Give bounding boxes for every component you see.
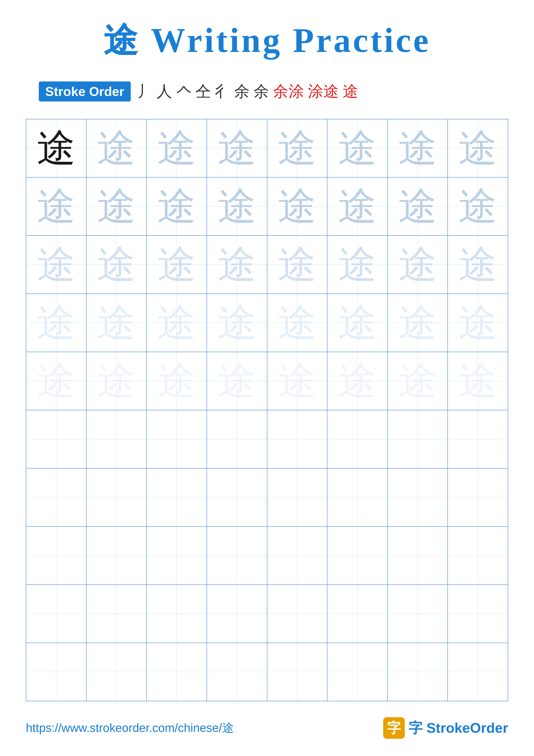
table-cell[interactable]: 途	[26, 177, 87, 235]
footer-brand-name: 字 StrokeOrder	[409, 718, 508, 738]
table-cell[interactable]	[327, 585, 388, 643]
stroke-steps: 丿 人 𠆢 仝 彳 余 余 余涂 涂途 途	[137, 81, 358, 102]
table-cell[interactable]	[146, 526, 207, 585]
table-cell[interactable]: 途	[267, 352, 327, 410]
table-cell[interactable]: 途	[26, 235, 87, 294]
table-cell[interactable]	[146, 585, 207, 643]
footer-url[interactable]: https://www.strokeorder.com/chinese/途	[26, 720, 234, 736]
table-cell[interactable]: 途	[207, 119, 267, 177]
table-row	[26, 468, 508, 526]
table-row	[26, 585, 508, 643]
table-row	[26, 643, 508, 701]
table-cell[interactable]: 途	[87, 294, 147, 352]
table-cell[interactable]	[207, 410, 267, 468]
table-cell[interactable]	[87, 585, 147, 643]
table-cell[interactable]	[267, 585, 327, 643]
table-cell[interactable]	[146, 468, 207, 526]
table-cell[interactable]: 途	[87, 352, 147, 410]
table-cell[interactable]: 途	[267, 119, 327, 177]
table-cell[interactable]	[87, 468, 147, 526]
stroke-step-6: 余	[234, 81, 250, 102]
table-cell[interactable]: 途	[447, 177, 508, 235]
practice-grid: 途 途 途 途 途 途 途 途 途 途 途 途 途 途 途 途	[26, 119, 508, 701]
table-cell[interactable]	[87, 526, 147, 585]
table-cell[interactable]	[388, 643, 448, 701]
table-cell[interactable]	[447, 410, 508, 468]
table-cell[interactable]	[267, 468, 327, 526]
table-cell[interactable]: 途	[146, 294, 207, 352]
table-cell[interactable]: 途	[388, 177, 448, 235]
table-cell[interactable]	[26, 526, 87, 585]
table-cell[interactable]	[207, 643, 267, 701]
table-cell[interactable]	[388, 410, 448, 468]
stroke-step-7: 余	[254, 81, 269, 102]
table-cell[interactable]	[327, 468, 388, 526]
table-row: 途 途 途 途 途 途 途 途	[26, 177, 508, 235]
table-cell[interactable]: 途	[267, 177, 327, 235]
table-cell[interactable]: 途	[327, 177, 388, 235]
table-cell[interactable]: 途	[327, 352, 388, 410]
table-cell[interactable]	[447, 585, 508, 643]
table-cell[interactable]	[327, 410, 388, 468]
table-cell[interactable]: 途	[146, 177, 207, 235]
table-cell[interactable]: 途	[207, 235, 267, 294]
table-cell[interactable]: 途	[146, 235, 207, 294]
table-cell[interactable]: 途	[388, 294, 448, 352]
table-cell[interactable]	[447, 468, 508, 526]
table-cell[interactable]	[388, 526, 448, 585]
table-cell[interactable]	[207, 526, 267, 585]
table-cell[interactable]	[327, 643, 388, 701]
table-cell[interactable]	[267, 410, 327, 468]
table-cell[interactable]	[26, 585, 87, 643]
table-cell[interactable]: 途	[327, 294, 388, 352]
stroke-step-4: 仝	[195, 81, 211, 102]
stroke-step-2: 人	[157, 81, 172, 102]
table-cell[interactable]: 途	[87, 119, 147, 177]
table-cell[interactable]: 途	[87, 177, 147, 235]
table-cell[interactable]: 途	[26, 352, 87, 410]
table-cell[interactable]	[447, 526, 508, 585]
table-cell[interactable]: 途	[207, 352, 267, 410]
table-cell[interactable]: 途	[327, 119, 388, 177]
table-cell[interactable]: 途	[327, 235, 388, 294]
table-cell[interactable]	[87, 410, 147, 468]
table-cell[interactable]: 途	[388, 352, 448, 410]
table-cell[interactable]: 途	[87, 235, 147, 294]
table-cell[interactable]: 途	[447, 235, 508, 294]
table-cell[interactable]: 途	[146, 352, 207, 410]
table-cell[interactable]: 途	[267, 235, 327, 294]
table-cell[interactable]	[388, 585, 448, 643]
table-row: 途 途 途 途 途 途 途 途	[26, 294, 508, 352]
table-cell[interactable]	[267, 643, 327, 701]
stroke-step-1: 丿	[137, 81, 153, 102]
table-row	[26, 410, 508, 468]
table-cell[interactable]: 途	[146, 119, 207, 177]
table-row: 途 途 途 途 途 途 途 途	[26, 352, 508, 410]
table-cell[interactable]	[388, 468, 448, 526]
table-cell[interactable]: 途	[26, 294, 87, 352]
table-cell[interactable]	[447, 643, 508, 701]
table-cell[interactable]	[26, 643, 87, 701]
table-cell[interactable]	[26, 468, 87, 526]
table-cell[interactable]: 途	[267, 294, 327, 352]
table-cell[interactable]: 途	[388, 119, 448, 177]
table-cell[interactable]: 途	[447, 119, 508, 177]
table-cell[interactable]: 途	[447, 294, 508, 352]
table-cell[interactable]: 途	[207, 177, 267, 235]
table-cell[interactable]	[146, 643, 207, 701]
stroke-step-10: 途	[343, 81, 358, 102]
table-cell[interactable]	[327, 526, 388, 585]
table-row: 途 途 途 途 途 途 途 途	[26, 235, 508, 294]
table-cell[interactable]: 途	[388, 235, 448, 294]
table-cell[interactable]: 途	[207, 294, 267, 352]
table-cell[interactable]	[146, 410, 207, 468]
table-cell[interactable]	[26, 410, 87, 468]
table-cell[interactable]	[267, 526, 327, 585]
table-cell[interactable]	[207, 468, 267, 526]
table-cell[interactable]: 途	[26, 119, 87, 177]
table-cell[interactable]	[207, 585, 267, 643]
stroke-step-8: 余涂	[273, 81, 304, 102]
table-cell[interactable]	[87, 643, 147, 701]
footer-logo-icon: 字	[383, 717, 405, 739]
table-cell[interactable]: 途	[447, 352, 508, 410]
